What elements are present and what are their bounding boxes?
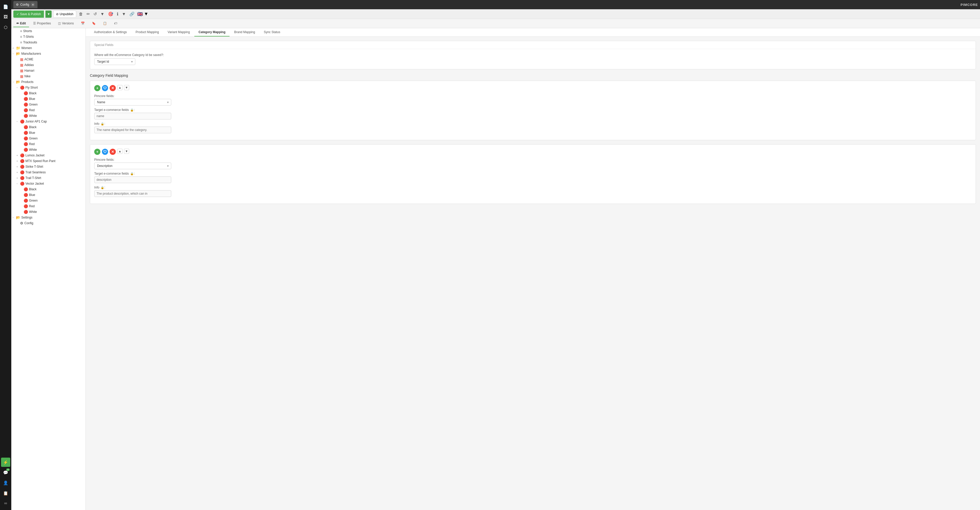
add-mapping-btn-2[interactable]: + (94, 149, 100, 155)
share-button[interactable]: 🔗 (128, 11, 135, 18)
versions-icon: ◫ (58, 22, 61, 25)
tree-item-shorts[interactable]: ≡ Shorts (11, 28, 86, 34)
tab-edit[interactable]: ✏ Edit (13, 20, 29, 27)
object-icon: 🔴 (20, 159, 24, 163)
tab-variant[interactable]: Variant Mapping (164, 28, 194, 37)
pimcore-field-select-1[interactable]: Name Description Id Key Path (94, 99, 171, 105)
tree-item-adidas[interactable]: ▦ Adidas (11, 62, 86, 68)
tree-item-settings[interactable]: − 📂 Settings (11, 215, 86, 220)
sidebar-icon-infinity[interactable]: ∞ (1, 499, 10, 508)
tab-auth[interactable]: Authorization & Settings (90, 28, 131, 37)
tree-item-strike-tshirt[interactable]: + 🔴 Strike T-Shirt (11, 164, 86, 169)
tab-schedule[interactable]: 📅 (78, 20, 88, 27)
move-up-btn-2[interactable]: ▲ (117, 149, 123, 154)
sidebar-icon-plugin[interactable]: ⚡ (1, 457, 10, 467)
tree-item-config[interactable]: ⚙ Config (11, 220, 86, 226)
unpublish-button[interactable]: ⊘ Unpublish (53, 11, 76, 18)
tab-brand[interactable]: Brand Mapping (230, 28, 259, 37)
tree-item-acme[interactable]: ▦ ACME (11, 56, 86, 62)
tree-item-trail-seamless[interactable]: + 🔴 Trail Seamless (11, 169, 86, 175)
tree-item-manufacturers[interactable]: − 📂 Manufacturers (11, 51, 86, 56)
top-bar: ⚙ Config ✕ PIMCORE (11, 0, 980, 9)
tree-item-vector-white[interactable]: 🔴 White (11, 209, 86, 215)
tree-item-women[interactable]: + 📁 Women (11, 45, 86, 51)
tab-properties[interactable]: ☰ Properties (30, 20, 54, 27)
tree-item-fly-short-black[interactable]: 🔴 Black (11, 91, 86, 96)
tab-clipboard[interactable]: 📋 (100, 20, 110, 27)
tab-category[interactable]: Category Mapping (194, 28, 229, 37)
tree-item-fly-short-blue[interactable]: 🔴 Blue (11, 96, 86, 102)
info-input-1[interactable] (94, 127, 171, 133)
tree-item-tshirts[interactable]: ≡ T-Shirts (11, 34, 86, 40)
tab-product[interactable]: Product Mapping (132, 28, 163, 37)
save-publish-dropdown[interactable]: ▼ (45, 11, 52, 18)
tree-item-trail-tshirt[interactable]: + 🔴 Trail T-Shirt (11, 175, 86, 181)
tree-item-junior-white[interactable]: 🔴 White (11, 147, 86, 153)
unpublish-label: Unpublish (60, 12, 73, 16)
tree-item-tracksuits[interactable]: ≡ Tracksuits (11, 40, 86, 45)
tree-label: Blue (29, 131, 35, 135)
add-mapping-btn-1[interactable]: + (94, 85, 100, 91)
tree-item-vector-jacket[interactable]: − 🔴 Vector Jacket (11, 181, 86, 186)
sidebar-icon-documents[interactable]: 📄 (1, 2, 10, 11)
tree-item-junior-black[interactable]: 🔴 Black (11, 124, 86, 130)
sidebar-icon-data-objects[interactable]: ⬡ (1, 22, 10, 32)
tree-item-junior-blue[interactable]: 🔴 Blue (11, 130, 86, 135)
tree-item-fly-short-red[interactable]: 🔴 Red (11, 107, 86, 113)
tree-item-fly-short[interactable]: − 🔴 Fly Short (11, 85, 86, 91)
delete-button[interactable]: 🗑 (78, 11, 84, 18)
pimcore-field-label-2: Pimcore fields: (94, 158, 972, 161)
language-button[interactable]: 🇬🇧 ▼ (137, 11, 148, 17)
shield-btn-1[interactable]: 🛡 (102, 85, 108, 91)
edit-icon-button[interactable]: ✏ (86, 11, 91, 18)
info-lock-icon-2: 🔒 (101, 186, 104, 189)
refresh-button[interactable]: ↺ (92, 11, 98, 18)
tab-bookmark[interactable]: 🔖 (89, 20, 99, 27)
tab-versions[interactable]: ◫ Versions (55, 20, 77, 27)
tab-sync[interactable]: Sync Status (259, 28, 284, 37)
sidebar-icon-notifications[interactable]: 📋 (1, 488, 10, 498)
tree-item-fly-short-green[interactable]: 🔴 Green (11, 102, 86, 107)
target-field-input-2[interactable] (94, 177, 171, 183)
tree-item-nike[interactable]: ▦ Nike (11, 73, 86, 79)
tree-item-hamari[interactable]: ▦ Hamari (11, 68, 86, 73)
move-down-btn-1[interactable]: ▼ (124, 85, 129, 90)
target-field-input-1[interactable] (94, 113, 171, 120)
target-id-select[interactable]: Target Id External Id Custom Field (94, 58, 135, 65)
tree-item-mtx[interactable]: + 🔴 MTX Speed Run Pant (11, 158, 86, 164)
tree-item-vector-blue[interactable]: 🔴 Blue (11, 192, 86, 198)
tab-tag[interactable]: 🏷 (111, 20, 120, 27)
tree-item-fly-short-white[interactable]: 🔴 White (11, 113, 86, 119)
tree-item-vector-red[interactable]: 🔴 Red (11, 203, 86, 209)
tree-item-products[interactable]: − 📂 Products (11, 79, 86, 85)
tree-label: White (29, 114, 37, 118)
refresh-dropdown[interactable]: ▼ (99, 11, 105, 18)
remove-mapping-btn-2[interactable]: ✕ (110, 149, 116, 155)
target-button[interactable]: 🎯 (107, 11, 114, 18)
object-icon: 🔴 (20, 153, 24, 158)
remove-mapping-btn-1[interactable]: ✕ (110, 85, 116, 91)
sidebar-icon-assets[interactable]: 🖼 (1, 12, 10, 22)
tree-item-junior-green[interactable]: 🔴 Green (11, 135, 86, 141)
save-publish-button[interactable]: ✓ Save & Publish (13, 11, 44, 18)
object-icon: 🔴 (24, 131, 28, 135)
info-input-2[interactable] (94, 190, 171, 197)
config-tab[interactable]: ⚙ Config ✕ (13, 1, 38, 8)
sidebar-icon-user[interactable]: 👤 (1, 478, 10, 488)
pimcore-field-select-2[interactable]: Name Description Id Key Path (94, 163, 171, 169)
tree-item-vector-black[interactable]: 🔴 Black (11, 186, 86, 192)
object-icon: 🔴 (20, 120, 24, 124)
info-label-1: Info 🔒: (94, 122, 972, 126)
tree-item-vector-green[interactable]: 🔴 Green (11, 198, 86, 203)
tree-item-junior-red[interactable]: 🔴 Red (11, 141, 86, 147)
tree-item-junior-ap1[interactable]: − 🔴 Junior AP1 Cap (11, 119, 86, 124)
info-button[interactable]: ℹ (116, 11, 119, 18)
shield-btn-2[interactable]: 🛡 (102, 149, 108, 155)
move-down-btn-2[interactable]: ▼ (124, 149, 129, 154)
sidebar-icon-chat[interactable]: 💬 4 (1, 468, 10, 477)
config-tab-close[interactable]: ✕ (31, 3, 35, 7)
info-dropdown[interactable]: ▼ (121, 11, 127, 18)
list-icon: ≡ (20, 35, 22, 39)
tree-item-lumos-jacket[interactable]: + 🔴 Lumos Jacket (11, 153, 86, 158)
move-up-btn-1[interactable]: ▲ (117, 85, 123, 90)
